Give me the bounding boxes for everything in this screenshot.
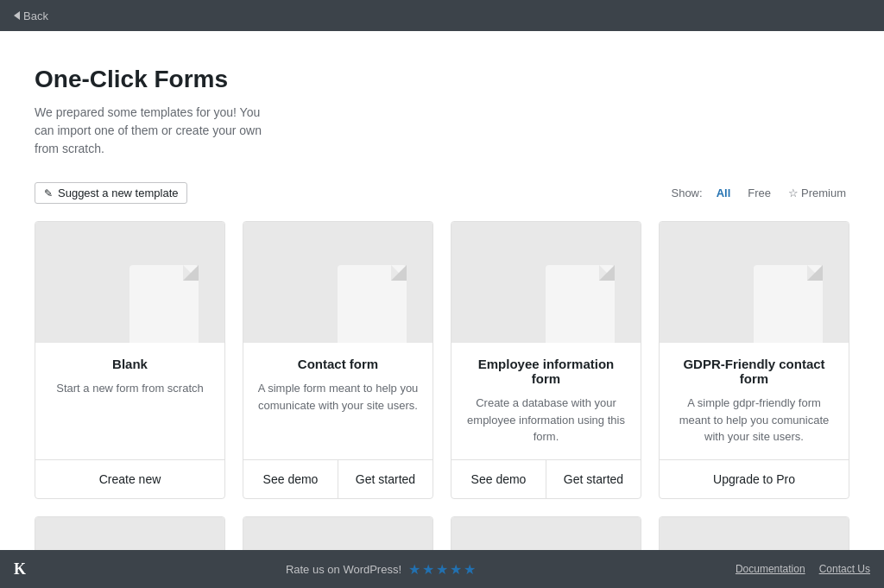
card-gdpr-desc: A simple gdpr-friendly form meant to hel… (673, 395, 835, 446)
card-appointment-image (35, 517, 224, 551)
cards-grid: Blank Start a new form from scratch Crea… (35, 221, 849, 550)
card-contact-body: Contact form A simple form meant to help… (243, 343, 433, 459)
suggest-template-button[interactable]: ✎ Suggest a new template (35, 182, 187, 204)
form-thumbnail (546, 265, 615, 343)
card-gdpr-form: GDPR-Friendly contact form A simple gdpr… (659, 221, 849, 499)
card-employee-title: Employee information form (465, 357, 627, 386)
back-label: Back (23, 9, 48, 22)
star-4-icon: ★ (450, 561, 462, 578)
premium-label: Premium (801, 187, 846, 199)
top-bar: Back (0, 0, 884, 31)
suggest-label: Suggest a new template (58, 187, 178, 199)
card-contact-title: Contact form (257, 357, 419, 371)
card-job-application: Job application (659, 516, 849, 551)
card-employee-form: Employee information form Create a datab… (451, 221, 641, 499)
suggest-icon: ✎ (44, 187, 53, 199)
card-gdpr-body: GDPR-Friendly contact form A simple gdpr… (660, 343, 849, 459)
card-employee-desc: Create a database with your employee inf… (465, 395, 627, 446)
bottom-links: Documentation Contact Us (736, 563, 870, 575)
star-2-icon: ★ (422, 561, 434, 578)
documentation-link[interactable]: Documentation (736, 563, 805, 575)
form-thumbnail (338, 265, 407, 343)
card-employee-body: Employee information form Create a datab… (451, 343, 641, 459)
star-5-icon: ★ (464, 561, 476, 578)
card-job-image (660, 517, 849, 551)
card-employee-image (451, 222, 641, 343)
card-gdpr-title: GDPR-Friendly contact form (673, 357, 835, 386)
card-gdpr-footer: Upgrade to Pro (660, 459, 849, 498)
show-label: Show: (671, 187, 702, 199)
back-arrow-icon (14, 11, 20, 20)
card-employee-footer: See demo Get started (451, 459, 641, 498)
card-blank-desc: Start a new form from scratch (49, 380, 211, 397)
card-feedback-image (243, 517, 433, 551)
contact-us-link[interactable]: Contact Us (819, 563, 870, 575)
card-contact-desc: A simple form meant to help you comunica… (257, 380, 419, 414)
contact-get-started-button[interactable]: Get started (338, 460, 433, 498)
employee-get-started-button[interactable]: Get started (546, 460, 641, 498)
contact-see-demo-button[interactable]: See demo (243, 460, 338, 498)
card-appointment-form: Appointment form (35, 516, 225, 551)
card-art-contest: Art contest (451, 516, 641, 551)
card-blank-title: Blank (49, 357, 211, 371)
card-art-image (451, 517, 641, 551)
star-3-icon: ★ (436, 561, 448, 578)
stars-group: ★ ★ ★ ★ ★ (408, 561, 476, 578)
bottom-center: Rate us on WordPress! ★ ★ ★ ★ ★ (286, 561, 476, 578)
premium-star-icon: ☆ (788, 187, 799, 199)
back-button[interactable]: Back (14, 9, 48, 22)
filter-free-button[interactable]: Free (744, 185, 774, 201)
rate-text: Rate us on WordPress! (286, 563, 401, 576)
card-blank: Blank Start a new form from scratch Crea… (35, 221, 225, 499)
bottom-bar: K Rate us on WordPress! ★ ★ ★ ★ ★ Docume… (0, 550, 884, 588)
form-thumbnail (754, 265, 823, 343)
page-subtitle: We prepared some templates for you! You … (35, 104, 276, 158)
employee-see-demo-button[interactable]: See demo (451, 460, 546, 498)
card-blank-footer: Create new (35, 459, 224, 498)
page-title: One-Click Forms (35, 66, 849, 93)
main-content: One-Click Forms We prepared some templat… (0, 31, 884, 550)
bottom-logo: K (14, 560, 26, 579)
card-blank-image (35, 222, 224, 343)
card-contact-image (243, 222, 433, 343)
create-new-button[interactable]: Create new (35, 460, 224, 498)
toolbar: ✎ Suggest a new template Show: All Free … (35, 182, 849, 204)
gdpr-upgrade-button[interactable]: Upgrade to Pro (660, 460, 849, 498)
filter-all-button[interactable]: All (713, 185, 735, 201)
form-thumbnail (129, 265, 199, 343)
card-contact-form: Contact form A simple form meant to help… (243, 221, 433, 499)
filter-group: Show: All Free ☆ Premium (671, 185, 849, 201)
filter-premium-button[interactable]: ☆ Premium (785, 185, 849, 201)
card-contact-footer: See demo Get started (243, 459, 433, 498)
card-gdpr-image (660, 222, 849, 343)
star-1-icon: ★ (408, 561, 420, 578)
card-feedback-form: Customer feedback form (243, 516, 433, 551)
card-blank-body: Blank Start a new form from scratch (35, 343, 224, 459)
